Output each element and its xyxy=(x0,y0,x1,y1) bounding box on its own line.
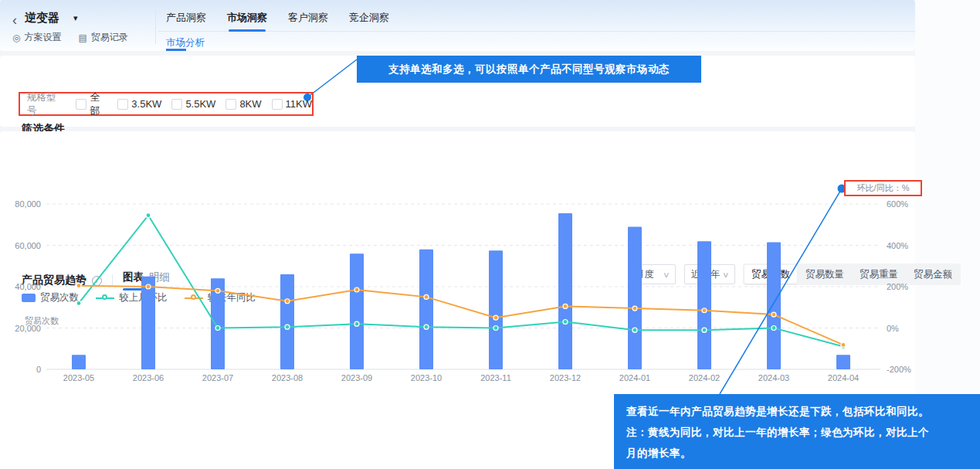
view-tab-chart[interactable]: 图表 xyxy=(123,270,144,291)
checkbox-all[interactable]: 全部 xyxy=(76,90,107,118)
checkbox-11kw-label: 11KW xyxy=(286,98,312,110)
plan-settings-label: 方案设置 xyxy=(24,31,61,44)
legend-mom-label: 较上月环比 xyxy=(119,291,168,304)
checkbox-8kw[interactable]: 8KW xyxy=(226,98,261,110)
chevron-down-icon: ∨ xyxy=(722,270,730,279)
target-icon: ◎ xyxy=(12,32,20,43)
bar-swatch-icon xyxy=(22,294,36,302)
checkbox-5-5kw[interactable]: 5.5KW xyxy=(171,98,215,110)
line-swatch-icon xyxy=(96,297,114,299)
legend-trade-count-label: 贸易次数 xyxy=(40,291,79,304)
header-card: ‹ 逆变器 ▾ ◎ 方案设置 ▤ 贸易记录 产品洞察 市场洞察 客户洞察 竞企洞… xyxy=(0,0,915,51)
spec-filter-row: 规格型号 全部 3.5KW 5.5KW 8KW 11KW xyxy=(19,92,314,116)
metric-trade-quantity[interactable]: 贸易数量 xyxy=(799,265,851,284)
plan-settings-button[interactable]: ◎ 方案设置 xyxy=(12,31,61,44)
quick-menu: ◎ 方案设置 ▤ 贸易记录 xyxy=(12,31,128,44)
right-axis-name: 环比/同比：% xyxy=(857,182,910,194)
header-divider xyxy=(155,10,156,44)
checkbox-all-label: 全部 xyxy=(90,90,107,118)
range-select[interactable]: 近一年 ∨ xyxy=(684,264,735,284)
trend-tip-line: 注：黄线为同比，对比上一年的增长率；绿色为环比，对比上个 xyxy=(626,422,968,443)
filter-tip-callout: 支持单选和多选，可以按照单个产品不同型号观察市场动态 xyxy=(357,56,701,83)
left-axis-name: 贸易次数 xyxy=(25,315,59,327)
spec-filter-label: 规格型号 xyxy=(27,91,63,117)
checkbox-3-5kw-label: 3.5KW xyxy=(131,98,161,110)
trend-title: 产品贸易趋势 xyxy=(22,274,86,287)
document-icon: ▤ xyxy=(78,32,86,43)
metric-trade-weight[interactable]: 贸易重量 xyxy=(853,265,905,284)
trade-records-button[interactable]: ▤ 贸易记录 xyxy=(78,31,127,44)
right-axis-name-annotated: 环比/同比：% xyxy=(844,180,922,196)
product-name[interactable]: 逆变器 xyxy=(25,11,59,25)
checkbox-11kw[interactable]: 11KW xyxy=(272,98,312,110)
tab-product-insight[interactable]: 产品洞察 xyxy=(166,11,206,32)
metric-trade-count[interactable]: 贸易次数 xyxy=(744,265,797,284)
metric-trade-amount[interactable]: 贸易金额 xyxy=(907,265,959,284)
tab-competitor-insight[interactable]: 竞企洞察 xyxy=(349,11,389,32)
subtab-market-analysis[interactable]: 市场分析 xyxy=(166,36,205,49)
legend-mom[interactable]: 较上月环比 xyxy=(96,291,168,304)
checkbox-3-5kw[interactable]: 3.5KW xyxy=(117,98,161,110)
checkbox-icon[interactable] xyxy=(117,99,128,110)
checkbox-8kw-label: 8KW xyxy=(239,98,261,110)
checkbox-icon[interactable] xyxy=(76,99,86,110)
legend-trade-count[interactable]: 贸易次数 xyxy=(22,291,79,304)
trend-tip-line: 查看近一年内产品贸易趋势是增长还是下跌，包括环比和同比。 xyxy=(626,401,968,422)
trend-tip-line: 月的增长率。 xyxy=(626,443,968,464)
checkbox-icon[interactable] xyxy=(171,99,182,110)
chevron-down-icon[interactable]: ▾ xyxy=(73,13,78,23)
info-icon[interactable]: i xyxy=(92,276,102,286)
period-select[interactable]: 月度 ∨ xyxy=(628,264,676,284)
main-tabs: 产品洞察 市场洞察 客户洞察 竞企洞察 xyxy=(166,11,389,32)
market-insight-page: ‹ 逆变器 ▾ ◎ 方案设置 ▤ 贸易记录 产品洞察 市场洞察 客户洞察 竞企洞… xyxy=(0,0,980,469)
tab-customer-insight[interactable]: 客户洞察 xyxy=(288,11,328,32)
chevron-down-icon: ∨ xyxy=(663,270,670,279)
trend-tip-callout: 查看近一年内产品贸易趋势是增长还是下跌，包括环比和同比。 注：黄线为同比，对比上… xyxy=(614,394,980,469)
trend-header: 产品贸易趋势 i 图表 明细 xyxy=(22,270,170,291)
filter-tip-text: 支持单选和多选，可以按照单个产品不同型号观察市场动态 xyxy=(388,63,670,76)
checkbox-5-5kw-label: 5.5KW xyxy=(185,98,215,110)
title-divider xyxy=(112,274,113,287)
range-select-value: 近一年 xyxy=(691,268,721,281)
checkbox-icon[interactable] xyxy=(226,99,236,110)
legend-yoy-label: 较去年同比 xyxy=(208,291,256,304)
checkbox-icon[interactable] xyxy=(272,99,283,110)
trade-records-label: 贸易记录 xyxy=(91,31,128,44)
period-select-value: 月度 xyxy=(635,268,654,281)
chart-legend: 贸易次数 较上月环比 较去年同比 xyxy=(22,291,256,304)
view-tab-detail[interactable]: 明细 xyxy=(149,270,170,291)
metric-segmented-control: 贸易次数 贸易数量 贸易重量 贸易金额 xyxy=(743,263,961,285)
line-swatch-icon xyxy=(185,297,203,299)
tab-market-insight[interactable]: 市场洞察 xyxy=(227,11,267,32)
back-icon[interactable]: ‹ xyxy=(12,13,17,27)
legend-yoy[interactable]: 较去年同比 xyxy=(185,291,256,304)
